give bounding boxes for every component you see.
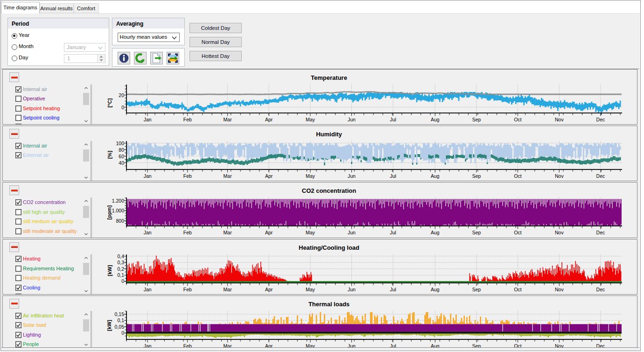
- svg-text:Mar: Mar: [224, 173, 232, 179]
- svg-text:0: 0: [121, 278, 124, 284]
- svg-text:Oct: Oct: [514, 173, 521, 179]
- svg-text:0: 0: [121, 105, 124, 110]
- svg-text:[°C]: [°C]: [107, 98, 112, 107]
- svg-text:20: 20: [119, 92, 124, 98]
- svg-text:May: May: [306, 117, 315, 122]
- svg-text:Aug: Aug: [431, 230, 440, 235]
- svg-text:Jul: Jul: [390, 343, 396, 348]
- svg-text:Dec: Dec: [596, 287, 605, 292]
- svg-text:Apr: Apr: [265, 287, 273, 292]
- svg-text:Nov: Nov: [555, 287, 564, 292]
- svg-text:Oct: Oct: [514, 117, 521, 122]
- svg-text:Oct: Oct: [514, 287, 521, 292]
- svg-text:Oct: Oct: [514, 343, 521, 348]
- svg-text:Feb: Feb: [183, 117, 192, 122]
- svg-text:Sep: Sep: [472, 230, 481, 235]
- svg-text:[kW]: [kW]: [107, 320, 112, 331]
- svg-text:1.000: 1.000: [112, 208, 124, 214]
- svg-text:Temperature: Temperature: [311, 74, 347, 81]
- svg-text:Heating/Cooling load: Heating/Cooling load: [299, 244, 359, 251]
- svg-text:Nov: Nov: [555, 230, 564, 235]
- svg-text:100: 100: [116, 141, 124, 146]
- svg-text:Apr: Apr: [265, 230, 273, 235]
- svg-text:0,15: 0,15: [115, 311, 125, 317]
- svg-text:[kW]: [kW]: [107, 265, 112, 276]
- svg-text:Sep: Sep: [472, 173, 481, 179]
- svg-text:Feb: Feb: [183, 287, 192, 292]
- svg-text:[ppm]: [ppm]: [107, 205, 112, 220]
- svg-text:Oct: Oct: [514, 230, 521, 235]
- svg-text:Jan: Jan: [144, 173, 152, 179]
- svg-text:Mar: Mar: [224, 343, 232, 348]
- svg-text:Humidity: Humidity: [316, 131, 342, 138]
- svg-text:Jan: Jan: [144, 230, 152, 235]
- svg-text:Apr: Apr: [265, 343, 273, 348]
- svg-text:0,3: 0,3: [117, 260, 124, 265]
- svg-text:0: 0: [121, 330, 124, 336]
- svg-text:Jun: Jun: [348, 287, 356, 292]
- svg-text:Jun: Jun: [348, 230, 356, 235]
- svg-text:Jul: Jul: [390, 117, 396, 122]
- svg-text:0,4: 0,4: [117, 253, 124, 259]
- svg-text:Nov: Nov: [555, 343, 564, 348]
- svg-text:Feb: Feb: [183, 343, 192, 348]
- svg-text:60: 60: [119, 154, 124, 159]
- svg-text:May: May: [306, 230, 315, 235]
- svg-text:Jul: Jul: [390, 173, 396, 179]
- svg-text:Aug: Aug: [431, 173, 440, 179]
- svg-text:May: May: [306, 173, 315, 179]
- svg-text:CO2 concentration: CO2 concentration: [302, 187, 356, 194]
- svg-text:1.200: 1.200: [112, 198, 124, 204]
- svg-text:Jun: Jun: [348, 173, 356, 179]
- svg-text:800: 800: [116, 218, 124, 224]
- svg-text:Jul: Jul: [390, 287, 396, 292]
- svg-text:May: May: [306, 287, 315, 292]
- svg-text:Apr: Apr: [265, 173, 273, 179]
- svg-text:Aug: Aug: [431, 117, 440, 122]
- svg-text:80: 80: [119, 147, 124, 153]
- svg-text:0,05: 0,05: [115, 324, 125, 330]
- svg-text:Mar: Mar: [224, 230, 232, 235]
- svg-text:Nov: Nov: [555, 117, 564, 122]
- svg-text:Sep: Sep: [472, 287, 481, 292]
- svg-text:May: May: [306, 343, 315, 348]
- svg-text:Jan: Jan: [144, 287, 152, 292]
- svg-text:0,2: 0,2: [117, 266, 124, 271]
- svg-text:0,1: 0,1: [117, 317, 124, 323]
- svg-text:Aug: Aug: [431, 287, 440, 292]
- svg-text:Mar: Mar: [224, 287, 232, 292]
- svg-text:Dec: Dec: [596, 230, 605, 235]
- svg-text:Aug: Aug: [431, 343, 440, 348]
- svg-text:Sep: Sep: [472, 117, 481, 122]
- svg-text:Apr: Apr: [265, 117, 273, 122]
- svg-text:Feb: Feb: [183, 173, 192, 179]
- svg-text:Dec: Dec: [596, 117, 605, 122]
- svg-text:Dec: Dec: [596, 343, 605, 348]
- svg-text:40: 40: [119, 160, 124, 166]
- svg-text:Sep: Sep: [472, 343, 481, 348]
- svg-text:Dec: Dec: [596, 173, 605, 179]
- svg-text:[%]: [%]: [107, 151, 112, 159]
- svg-text:Jun: Jun: [348, 117, 356, 122]
- svg-text:Feb: Feb: [183, 230, 192, 235]
- svg-text:Nov: Nov: [555, 173, 564, 179]
- svg-text:Mar: Mar: [224, 117, 232, 122]
- svg-text:Jan: Jan: [144, 117, 152, 122]
- svg-text:Jul: Jul: [390, 230, 396, 235]
- svg-text:Jun: Jun: [348, 343, 356, 348]
- svg-text:Jan: Jan: [144, 343, 152, 348]
- svg-text:Thermal loads: Thermal loads: [308, 301, 350, 308]
- svg-text:0,1: 0,1: [117, 272, 124, 278]
